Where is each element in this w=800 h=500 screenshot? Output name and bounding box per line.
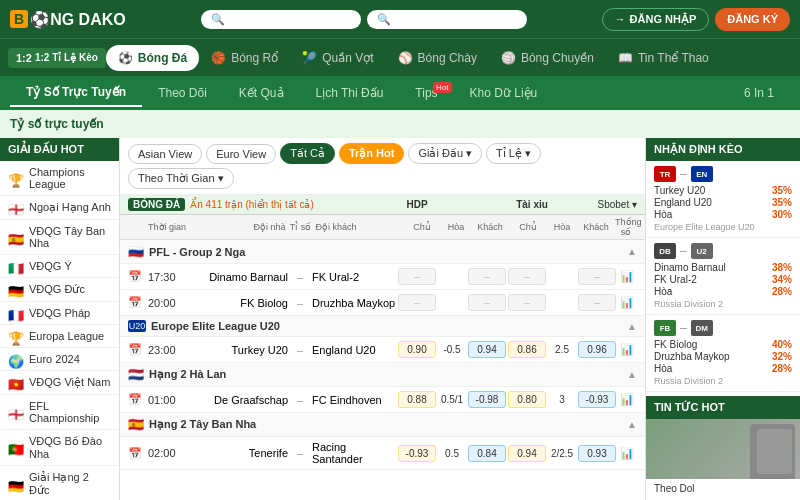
match-dash-1: – — [293, 271, 307, 283]
sidebar-item-vdqg-tbn[interactable]: 🇪🇸VĐQG Tây Ban Nha — [0, 220, 119, 255]
league-hang2-tbn[interactable]: 🇪🇸 Hạng 2 Tây Ban Nha ▲ — [120, 413, 645, 437]
sub-nav-theo-doi[interactable]: Theo Dõi — [142, 80, 223, 106]
hdp-khach-5[interactable]: 0.84 — [468, 445, 506, 462]
stat-icon-4[interactable]: 📊 — [617, 393, 637, 406]
hdp-val-5: 0.5 — [437, 448, 467, 459]
sidebar-item-vdqg-vn[interactable]: 🇻🇳VĐQG Việt Nam — [0, 371, 119, 395]
register-button[interactable]: ĐĂNG KÝ — [715, 8, 790, 31]
pfl-chevron-icon: ▲ — [627, 246, 637, 257]
sidebar-item-vdqg-y[interactable]: 🇮🇹VĐQG Ý — [0, 255, 119, 278]
sub-nav-tips[interactable]: TipsHot — [399, 80, 453, 106]
match-dash-5: – — [293, 447, 307, 459]
league-hang2-halan[interactable]: 🇳🇱 Hạng 2 Hà Lan ▲ — [120, 363, 645, 387]
search-input-1[interactable] — [230, 13, 351, 25]
match-info-bar: BÓNG ĐÁ Ẩn 411 trận (hiển thị tất cả) HD… — [120, 195, 645, 215]
sidebar-item-euro2024[interactable]: 🌍Euro 2024 — [0, 348, 119, 371]
sbobet-header[interactable]: Sbobet ▾ — [582, 199, 637, 210]
keo-pct-row-3c: Hòa 28% — [654, 363, 792, 374]
y-flag: 🇮🇹 — [8, 261, 24, 272]
stat-icon-2[interactable]: 📊 — [617, 296, 637, 309]
england-u20-label: England U20 — [654, 197, 712, 208]
sport-item-bong-chay[interactable]: ⚾ Bóng Chày — [386, 45, 489, 71]
sub-nav-ket-qua[interactable]: Kết Quả — [223, 80, 300, 106]
sport-item-bong-ro[interactable]: 🏀 Bóng Rổ — [199, 45, 290, 71]
match-time-2: 20:00 — [148, 297, 203, 309]
logo-ball-letter: B — [10, 10, 28, 28]
login-button[interactable]: → ĐĂNG NHẬP — [602, 8, 710, 31]
tx-chu-3[interactable]: 0.86 — [508, 341, 546, 358]
champions-league-icon: 🏆 — [8, 173, 24, 184]
filter-ti-le[interactable]: Tỉ Lệ ▾ — [486, 143, 541, 164]
tx-khach-2[interactable]: – — [578, 294, 616, 311]
filter-euro-view[interactable]: Euro View — [206, 144, 276, 164]
keo-teams-3: FB – DM — [654, 320, 792, 336]
league-europe-u20[interactable]: U20 Europe Elite League U20 ▲ — [120, 316, 645, 337]
hdp-chu-2[interactable]: – — [398, 294, 436, 311]
tx-khach-1[interactable]: – — [578, 268, 616, 285]
sub-nav-6in1[interactable]: 6 In 1 — [728, 80, 790, 106]
bong-chuyen-icon: 🏐 — [501, 51, 516, 65]
sidebar-item-vdqg-bda[interactable]: 🇵🇹VĐQG Bồ Đào Nha — [0, 430, 119, 466]
hdp-chu-4[interactable]: 0.88 — [398, 391, 436, 408]
stat-icon-1[interactable]: 📊 — [617, 270, 637, 283]
sport-item-bong-chuyen[interactable]: 🏐 Bóng Chuyền — [489, 45, 606, 71]
sport-item-bong-da[interactable]: ⚽ Bóng Đá — [106, 45, 199, 71]
sidebar-item-vdqg-duc[interactable]: 🇩🇪VĐQG Đức — [0, 278, 119, 302]
league-pfl-nga[interactable]: 🇷🇺 PFL - Group 2 Nga ▲ — [120, 240, 645, 264]
ti-le-keo-tab[interactable]: 1:2 1:2 Tỉ Lệ Kèo — [8, 48, 106, 68]
barnaul-badge: DB — [654, 243, 676, 259]
sidebar-item-efl[interactable]: 🏴󠁧󠁢󠁥󠁮󠁧󠁿EFL Championship — [0, 395, 119, 430]
sidebar: GIẢI ĐẤU HOT 🏆Champions League 🏴󠁧󠁢󠁥󠁮󠁧󠁿Ng… — [0, 138, 120, 500]
sport-item-tin-the-thao[interactable]: 📖 Tin Thể Thao — [606, 45, 721, 71]
search-input-2[interactable] — [396, 13, 517, 25]
phap-flag: 🇫🇷 — [8, 308, 24, 319]
bong-da-icon: ⚽ — [118, 51, 133, 65]
druzhba-badge: DM — [691, 320, 713, 336]
sub-nav-ty-so-truc-tuyen[interactable]: Tỷ Số Trực Tuyến — [10, 79, 142, 107]
sidebar-item-europa[interactable]: 🏆Europa League — [0, 325, 119, 348]
right-panel: NHẬN ĐỊNH KÈO TR – EN Turkey U20 35% Eng… — [645, 138, 800, 500]
hdp-chu-3[interactable]: 0.90 — [398, 341, 436, 358]
sub-nav-lich-thi-dau[interactable]: Lịch Thi Đấu — [300, 80, 400, 106]
center-panel: Asian View Euro View Tất Cả Trận Hot Giả… — [120, 138, 645, 500]
sub-nav-kho-du-lieu[interactable]: Kho Dữ Liệu — [454, 80, 554, 106]
match-home-5: Tenerife — [203, 447, 293, 459]
col-doi-nha-header: Đội nhà — [198, 222, 286, 232]
hdp-khach-2[interactable]: – — [468, 294, 506, 311]
hdp-chu-5[interactable]: -0.93 — [398, 445, 436, 462]
halan-chevron-icon: ▲ — [627, 369, 637, 380]
tx-chu-1[interactable]: – — [508, 268, 546, 285]
tx-chu-2[interactable]: – — [508, 294, 546, 311]
euro2024-icon: 🌍 — [8, 354, 24, 365]
hdp-chu-1[interactable]: – — [398, 268, 436, 285]
filter-asian-view[interactable]: Asian View — [128, 144, 202, 164]
keo-title: NHẬN ĐỊNH KÈO — [646, 138, 800, 161]
col-thoi-gian-header: Thời gian — [148, 222, 198, 232]
tx-chu-4[interactable]: 0.80 — [508, 391, 546, 408]
an-info-link[interactable]: Ẩn 411 trận (hiển thị tất cả) — [190, 199, 314, 210]
filter-thoi-gian[interactable]: Theo Thời Gian ▾ — [128, 168, 234, 189]
sidebar-item-ngoai-hang-anh[interactable]: 🏴󠁧󠁢󠁥󠁮󠁧󠁿Ngoại Hạng Anh — [0, 196, 119, 220]
filter-giai-dau[interactable]: Giải Đấu ▾ — [408, 143, 482, 164]
sport-item-quan-vot[interactable]: 🎾 Quần Vợt — [290, 45, 385, 71]
turkey-badge: TR — [654, 166, 676, 182]
hdp-khach-1[interactable]: – — [468, 268, 506, 285]
sidebar-item-champions-league[interactable]: 🏆Champions League — [0, 161, 119, 196]
search-box-2: 🔍 — [367, 10, 527, 29]
hdp-khach-3[interactable]: 0.94 — [468, 341, 506, 358]
keo-pct-row-1b: England U20 35% — [654, 197, 792, 208]
filter-tran-hot[interactable]: Trận Hot — [339, 143, 405, 164]
tx-khach-5[interactable]: 0.93 — [578, 445, 616, 462]
sidebar-item-vdqg-phap[interactable]: 🇫🇷VĐQG Pháp — [0, 302, 119, 325]
tx-khach-3[interactable]: 0.96 — [578, 341, 616, 358]
ural-badge: U2 — [691, 243, 713, 259]
stat-icon-3[interactable]: 📊 — [617, 343, 637, 356]
tbn2-flag: 🇪🇸 — [128, 417, 144, 432]
sidebar-item-hang2-duc[interactable]: 🇩🇪Giải Hạng 2 Đức — [0, 466, 119, 500]
hdp-khach-4[interactable]: -0.98 — [468, 391, 506, 408]
duc-flag: 🇩🇪 — [8, 284, 24, 295]
filter-tat-ca[interactable]: Tất Cả — [280, 143, 335, 164]
tx-chu-5[interactable]: 0.94 — [508, 445, 546, 462]
stat-icon-5[interactable]: 📊 — [617, 447, 637, 460]
tx-khach-4[interactable]: -0.93 — [578, 391, 616, 408]
